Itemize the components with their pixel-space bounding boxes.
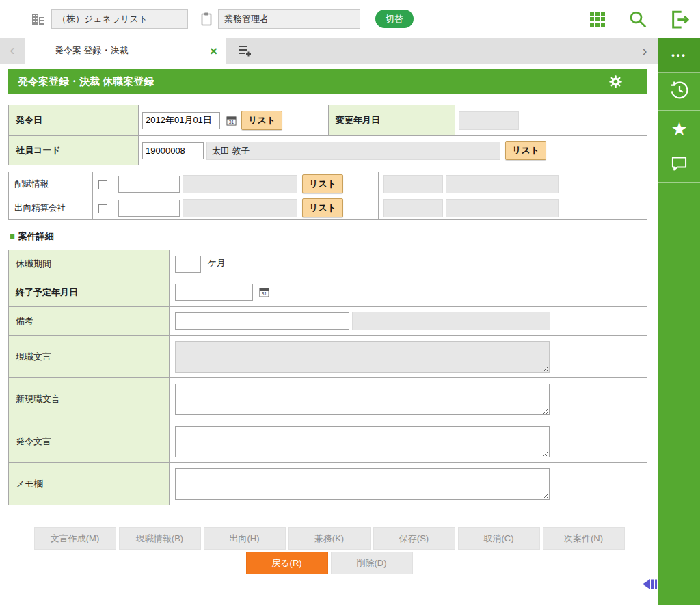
search-icon[interactable] — [628, 9, 648, 29]
issue-date-input[interactable] — [142, 112, 220, 129]
detail-table: 休職期間 ケ月 終了予定年月日 31 備考 現職文言 — [8, 250, 647, 505]
logout-icon[interactable] — [669, 8, 690, 30]
secondment-code-input[interactable] — [118, 200, 180, 217]
action-button-row: 文言作成(M) 現職情報(B) 出向(H) 兼務(K) 保存(S) 取消(C) … — [0, 527, 658, 550]
section-marker-icon: ■ — [10, 231, 15, 241]
order-text-row: 発令文言 — [9, 420, 647, 463]
allocation-name-field — [183, 175, 297, 193]
tab-label: 発令案 登録・決裁 — [55, 44, 210, 57]
allocation-row: 配賦情報 リスト — [9, 172, 647, 196]
end-date-label: 終了予定年月日 — [9, 278, 170, 307]
sidebar-more-button[interactable]: ••• — [658, 38, 700, 73]
speech-bubble-icon — [670, 154, 688, 176]
collapse-panel-arrow-icon[interactable] — [640, 578, 658, 593]
secondment-input-cell: リスト — [113, 196, 379, 220]
allocation-extra-field-2 — [446, 175, 559, 193]
allocation-extra-cell — [379, 172, 647, 196]
concurrent-button[interactable]: 兼務(K) — [288, 527, 371, 550]
tab-close-icon[interactable]: × — [210, 44, 217, 57]
top-header: 切替 — [0, 0, 700, 38]
employee-name-field: 太田 敦子 — [206, 142, 500, 160]
secondment-button[interactable]: 出向(H) — [204, 527, 286, 550]
allocation-extra-field-1 — [383, 175, 443, 193]
secondment-extra-cell — [379, 196, 647, 220]
apps-grid-icon[interactable] — [588, 10, 607, 29]
svg-text:31: 31 — [261, 291, 267, 296]
change-date-field — [459, 111, 519, 130]
header-form-table: 発令日 31 リスト 変更年月日 社員コード 太田 敦子 リスト — [8, 105, 647, 165]
new-current-text-cell — [170, 378, 647, 420]
next-case-button[interactable]: 次案件(N) — [543, 527, 625, 550]
remarks-row: 備考 — [9, 307, 647, 336]
secondment-name-field — [183, 199, 297, 217]
employee-row: 社員コード 太田 敦子 リスト — [9, 136, 647, 165]
issue-date-list-button[interactable]: リスト — [241, 111, 282, 130]
add-tab-icon[interactable] — [237, 38, 252, 64]
tab-active[interactable]: 発令案 登録・決裁 × — [25, 38, 226, 64]
leave-period-cell: ケ月 — [170, 250, 647, 278]
memo-cell — [170, 463, 647, 505]
current-text-row: 現職文言 — [9, 336, 647, 378]
end-date-calendar-icon[interactable]: 31 — [259, 287, 269, 297]
create-text-button[interactable]: 文言作成(M) — [34, 527, 116, 550]
header-actions — [588, 0, 690, 38]
back-button[interactable]: 戻る(R) — [246, 552, 328, 574]
remarks-input[interactable] — [175, 312, 349, 330]
secondment-label: 出向精算会社 — [9, 196, 93, 220]
cancel-button[interactable]: 取消(C) — [458, 527, 540, 550]
delete-button[interactable]: 削除(D) — [331, 552, 413, 574]
calendar-icon[interactable]: 31 — [226, 116, 237, 126]
sidebar-favorites-button[interactable]: ★ — [658, 111, 700, 148]
remarks-cell — [170, 307, 647, 336]
sidebar-history-button[interactable] — [658, 73, 700, 111]
issue-date-row: 発令日 31 リスト 変更年月日 — [9, 105, 647, 136]
settings-gear-icon[interactable] — [608, 75, 623, 89]
switch-button[interactable]: 切替 — [375, 10, 414, 28]
secondment-extra-field-2 — [446, 199, 559, 217]
secondment-extra-field-1 — [383, 199, 443, 217]
history-clock-icon — [669, 79, 690, 104]
allocation-label: 配賦情報 — [9, 172, 93, 196]
secondment-checkbox[interactable] — [98, 204, 107, 213]
main-content: 発令案登録・決裁 休職案登録 発令日 31 リスト 変更年月日 社員コード — [0, 69, 658, 574]
back-button-row: 戻る(R) 削除(D) — [0, 552, 658, 574]
current-info-button[interactable]: 現職情報(B) — [119, 527, 201, 550]
new-current-text-textarea[interactable] — [175, 384, 550, 415]
allocation-table: 配賦情報 リスト 出向精算会社 リスト — [8, 172, 647, 220]
memo-label: メモ欄 — [9, 463, 170, 505]
tab-scroll-left-icon[interactable]: ‹ — [0, 38, 25, 64]
allocation-checkbox[interactable] — [98, 180, 107, 189]
memo-textarea[interactable] — [175, 468, 550, 500]
right-sidebar: ••• ★ — [658, 38, 700, 605]
leave-period-input[interactable] — [175, 256, 201, 273]
leave-period-row: 休職期間 ケ月 — [9, 250, 647, 278]
issue-date-cell: 31 リスト — [139, 105, 329, 136]
secondment-checkbox-cell — [93, 196, 113, 220]
clipboard-icon — [200, 12, 213, 26]
sidebar-memo-button[interactable] — [658, 148, 700, 183]
employee-list-button[interactable]: リスト — [505, 141, 546, 160]
tab-scroll-right-icon[interactable]: › — [632, 38, 657, 64]
company-input[interactable] — [51, 9, 188, 29]
employee-code-input[interactable] — [142, 142, 204, 159]
memo-row: メモ欄 — [9, 463, 647, 505]
order-text-textarea[interactable] — [175, 426, 550, 457]
remarks-readonly-field — [352, 312, 550, 330]
tab-bar: ‹ 発令案 登録・決裁 × › — [0, 38, 658, 64]
allocation-checkbox-cell — [93, 172, 113, 196]
order-text-cell — [170, 420, 647, 463]
secondment-list-button[interactable]: リスト — [302, 198, 343, 217]
employee-code-label: 社員コード — [9, 136, 139, 165]
leave-period-unit: ケ月 — [208, 258, 226, 268]
role-input[interactable] — [218, 9, 360, 29]
new-current-text-row: 新現職文言 — [9, 378, 647, 420]
allocation-list-button[interactable]: リスト — [302, 174, 343, 193]
save-button[interactable]: 保存(S) — [373, 527, 455, 550]
allocation-code-input[interactable] — [118, 176, 180, 193]
page-title-bar: 発令案登録・決裁 休職案登録 — [8, 69, 647, 94]
section-title: 案件詳細 — [18, 231, 54, 241]
issue-date-label: 発令日 — [9, 105, 139, 136]
end-date-input[interactable] — [175, 284, 253, 301]
remarks-label: 備考 — [9, 307, 170, 336]
current-text-label: 現職文言 — [9, 336, 170, 378]
